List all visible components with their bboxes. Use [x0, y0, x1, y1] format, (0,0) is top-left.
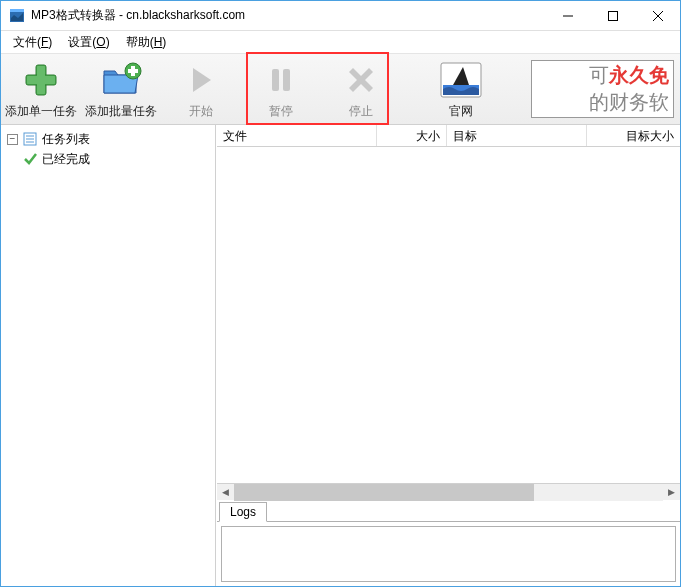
checkmark-icon	[22, 151, 38, 167]
window-title: MP3格式转换器 - cn.blacksharksoft.com	[31, 7, 245, 24]
scroll-left-arrow[interactable]: ◀	[217, 484, 234, 501]
website-label: 官网	[449, 103, 473, 120]
add-single-label: 添加单一任务	[5, 103, 77, 120]
add-batch-task-button[interactable]: 添加批量任务	[81, 54, 161, 124]
main-panel: 文件 大小 目标 目标大小 ◀ ▶ Logs	[216, 125, 680, 586]
log-textbox[interactable]	[221, 526, 676, 582]
content-area: − 任务列表 已经完成 文件 大小 目标 目标大小 ◀ ▶	[1, 125, 680, 586]
menu-file[interactable]: 文件(F)	[5, 32, 60, 53]
svg-rect-13	[272, 69, 279, 91]
app-icon	[9, 8, 25, 24]
bottom-tabs: Logs	[217, 500, 680, 522]
col-size[interactable]: 大小	[377, 125, 447, 146]
svg-rect-1	[10, 9, 24, 12]
menu-help[interactable]: 帮助(H)	[118, 32, 175, 53]
stop-label: 停止	[349, 103, 373, 120]
start-label: 开始	[189, 103, 213, 120]
scrollbar-track[interactable]	[234, 484, 663, 501]
add-single-task-button[interactable]: 添加单一任务	[1, 54, 81, 124]
shark-logo-icon	[439, 59, 483, 101]
col-file[interactable]: 文件	[217, 125, 377, 146]
tasklist-icon	[22, 131, 38, 147]
tree-completed[interactable]: 已经完成	[3, 149, 213, 169]
play-icon	[185, 59, 217, 101]
svg-rect-12	[128, 69, 138, 73]
scrollbar-thumb[interactable]	[234, 484, 534, 501]
toolbar: 添加单一任务 添加批量任务 开始 暂停	[1, 53, 680, 125]
maximize-button[interactable]	[590, 1, 635, 31]
plus-icon	[22, 59, 60, 101]
log-pane	[217, 522, 680, 586]
pause-label: 暂停	[269, 103, 293, 120]
task-list-area[interactable]	[217, 147, 680, 483]
tab-logs[interactable]: Logs	[219, 502, 267, 522]
website-button[interactable]: 官网	[421, 54, 501, 124]
sidebar: − 任务列表 已经完成	[1, 125, 216, 586]
tree-task-list-label: 任务列表	[42, 131, 90, 148]
tree-collapse-icon[interactable]: −	[7, 134, 18, 145]
tree-completed-label: 已经完成	[42, 151, 90, 168]
svg-rect-9	[27, 76, 55, 84]
ad-line1: 可永久免	[589, 62, 669, 89]
svg-rect-14	[283, 69, 290, 91]
pause-icon	[265, 59, 297, 101]
tree-task-list[interactable]: − 任务列表	[3, 129, 213, 149]
menubar: 文件(F) 设置(O) 帮助(H)	[1, 31, 680, 53]
pause-button[interactable]: 暂停	[241, 54, 321, 124]
start-button[interactable]: 开始	[161, 54, 241, 124]
horizontal-scrollbar[interactable]: ◀ ▶	[217, 483, 680, 500]
add-batch-label: 添加批量任务	[85, 103, 157, 120]
folder-plus-icon	[100, 59, 142, 101]
x-icon	[345, 59, 377, 101]
stop-button[interactable]: 停止	[321, 54, 401, 124]
svg-rect-3	[608, 11, 617, 20]
col-target-size[interactable]: 目标大小	[587, 125, 680, 146]
col-target[interactable]: 目标	[447, 125, 587, 146]
titlebar: MP3格式转换器 - cn.blacksharksoft.com	[1, 1, 680, 31]
scroll-right-arrow[interactable]: ▶	[663, 484, 680, 501]
minimize-button[interactable]	[545, 1, 590, 31]
close-button[interactable]	[635, 1, 680, 31]
ad-banner[interactable]: 可永久免 的财务软	[531, 60, 674, 118]
ad-line2: 的财务软	[589, 89, 669, 116]
table-header: 文件 大小 目标 目标大小	[217, 125, 680, 147]
menu-settings[interactable]: 设置(O)	[60, 32, 117, 53]
